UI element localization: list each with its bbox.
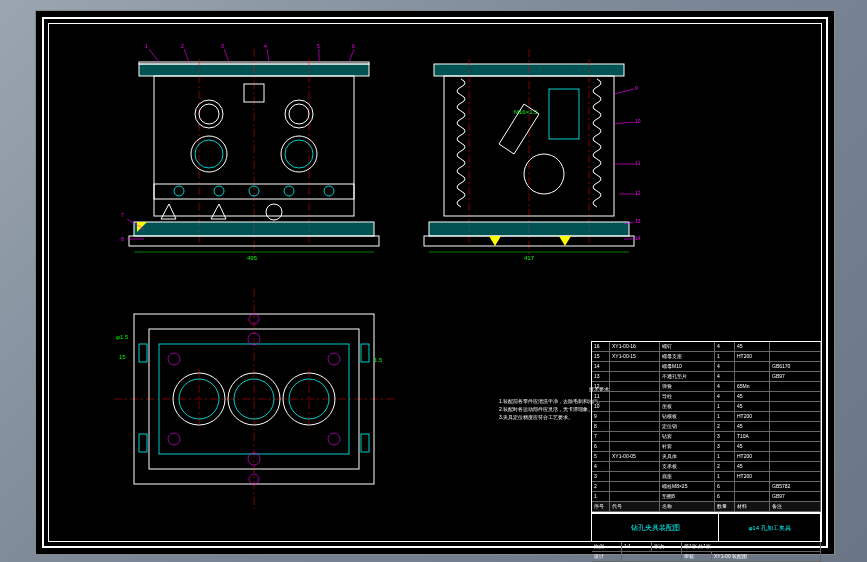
svg-rect-90 xyxy=(139,434,147,452)
svg-point-11 xyxy=(195,140,223,168)
dim-t2: 15 xyxy=(119,354,126,360)
svg-point-83 xyxy=(168,433,180,445)
bom-row: 15XY1-00-15螺母支座1HT200 xyxy=(592,352,821,362)
svg-point-82 xyxy=(328,353,340,365)
svg-point-80 xyxy=(168,353,180,365)
spring-right xyxy=(593,79,601,207)
bom-hdr-note: 备注 xyxy=(770,502,821,511)
svg-point-9 xyxy=(289,104,309,124)
bom-hdr-mat: 材料 xyxy=(735,502,770,511)
bom-row: 1垫圈86GB97 xyxy=(592,492,821,502)
svg-rect-22 xyxy=(134,222,374,236)
bom-table: 16XY1-00-16螺钉44515XY1-00-15螺母支座1HT20014螺… xyxy=(592,342,821,502)
dim-width: 495 xyxy=(247,255,258,261)
svg-rect-48 xyxy=(549,89,579,139)
bom-row: 2螺栓M8×256GB5782 xyxy=(592,482,821,492)
bom-row: 12弹簧465Mn xyxy=(592,382,821,392)
dim-t3: 1.5 xyxy=(374,357,383,363)
val-dwgno: XY1-00 装配图 xyxy=(712,552,821,561)
dim-side-width: 417 xyxy=(524,255,535,261)
inner-border: 495 1 2 3 4 5 6 7 8 M16×1.5 417 9 10 11 … xyxy=(48,23,822,542)
svg-point-85 xyxy=(328,433,340,445)
svg-line-55 xyxy=(614,89,634,94)
lbl-scale: 比例 xyxy=(592,542,622,551)
bom-hdr-name: 名称 xyxy=(660,502,715,511)
svg-text:11: 11 xyxy=(635,160,641,166)
svg-point-19 xyxy=(284,186,294,196)
dim-t1: φ1.5 xyxy=(116,334,129,340)
svg-rect-1 xyxy=(139,62,369,64)
svg-line-57 xyxy=(614,122,634,124)
bom-row: 5XY1-00-05夹具体1HT200 xyxy=(592,452,821,462)
front-view: 495 1 2 3 4 5 6 7 8 xyxy=(119,44,389,264)
svg-text:4: 4 xyxy=(264,43,267,49)
lbl-checked: 审核 xyxy=(682,552,712,561)
bom-row: 13不通孔垫片4GB97 xyxy=(592,372,821,382)
svg-point-20 xyxy=(324,186,334,196)
bom-row: 10压板145 xyxy=(592,402,821,412)
svg-rect-88 xyxy=(139,344,147,362)
drawing-subtitle: φ14 孔加工夹具 xyxy=(719,514,821,542)
svg-text:1: 1 xyxy=(145,43,148,49)
bom-row: 11导柱445 xyxy=(592,392,821,402)
svg-point-21 xyxy=(266,204,282,220)
bom-hdr-qty: 数量 xyxy=(715,502,735,511)
svg-rect-49 xyxy=(429,222,629,236)
svg-point-16 xyxy=(174,186,184,196)
svg-line-32 xyxy=(267,49,269,62)
svg-line-28 xyxy=(184,49,189,62)
svg-rect-91 xyxy=(361,434,369,452)
svg-point-13 xyxy=(285,140,313,168)
top-view: φ1.5 15 1.5 xyxy=(104,284,404,514)
drawing-frame: 495 1 2 3 4 5 6 7 8 M16×1.5 417 9 10 11 … xyxy=(35,10,835,555)
svg-text:7: 7 xyxy=(121,212,124,218)
svg-point-7 xyxy=(199,104,219,124)
svg-text:9: 9 xyxy=(635,85,638,91)
bom-row: 16XY1-00-16螺钉445 xyxy=(592,342,821,352)
lbl-sheet: 张次 xyxy=(652,542,682,551)
outer-border: 495 1 2 3 4 5 6 7 8 M16×1.5 417 9 10 11 … xyxy=(42,17,828,548)
bom-row: 7钻套3T10A xyxy=(592,432,821,442)
side-view: M16×1.5 417 9 10 11 12 13 14 xyxy=(419,44,639,264)
svg-text:12: 12 xyxy=(635,190,641,196)
side-leaders: 9 10 11 12 13 14 xyxy=(614,85,641,241)
bom-row: 8定位销245 xyxy=(592,422,821,432)
svg-point-10 xyxy=(191,136,227,172)
svg-text:3: 3 xyxy=(221,43,224,49)
spring-left xyxy=(457,79,465,207)
lbl-drawn: 设计 xyxy=(592,552,622,561)
val-scale: 1:1 xyxy=(622,542,652,551)
svg-text:2: 2 xyxy=(181,43,184,49)
svg-marker-52 xyxy=(489,236,501,246)
svg-text:6: 6 xyxy=(352,43,355,49)
svg-text:13: 13 xyxy=(635,218,641,224)
bom-row: 4支承板245 xyxy=(592,462,821,472)
bom-row: 9钻模板1HT200 xyxy=(592,412,821,422)
svg-line-36 xyxy=(349,49,354,62)
bom-hdr-code: 代号 xyxy=(610,502,660,511)
val-sheet: 第1张 共1张 xyxy=(682,542,821,551)
svg-point-12 xyxy=(281,136,317,172)
svg-text:10: 10 xyxy=(635,118,641,124)
svg-marker-53 xyxy=(559,236,571,246)
svg-rect-89 xyxy=(361,344,369,362)
bom-row: 3底座1HT200 xyxy=(592,472,821,482)
svg-line-30 xyxy=(224,49,229,62)
svg-text:14: 14 xyxy=(635,235,641,241)
svg-text:8: 8 xyxy=(121,236,124,242)
svg-line-26 xyxy=(149,49,159,62)
bom-hdr-no: 序号 xyxy=(592,502,610,511)
svg-text:5: 5 xyxy=(317,43,320,49)
drawing-title: 钻孔夹具装配图 xyxy=(592,514,719,542)
title-block: 16XY1-00-16螺钉44515XY1-00-15螺母支座1HT20014螺… xyxy=(591,341,821,541)
bom-row: 6衬套345 xyxy=(592,442,821,452)
svg-point-17 xyxy=(214,186,224,196)
bom-row: 14螺母M104GB6170 xyxy=(592,362,821,372)
